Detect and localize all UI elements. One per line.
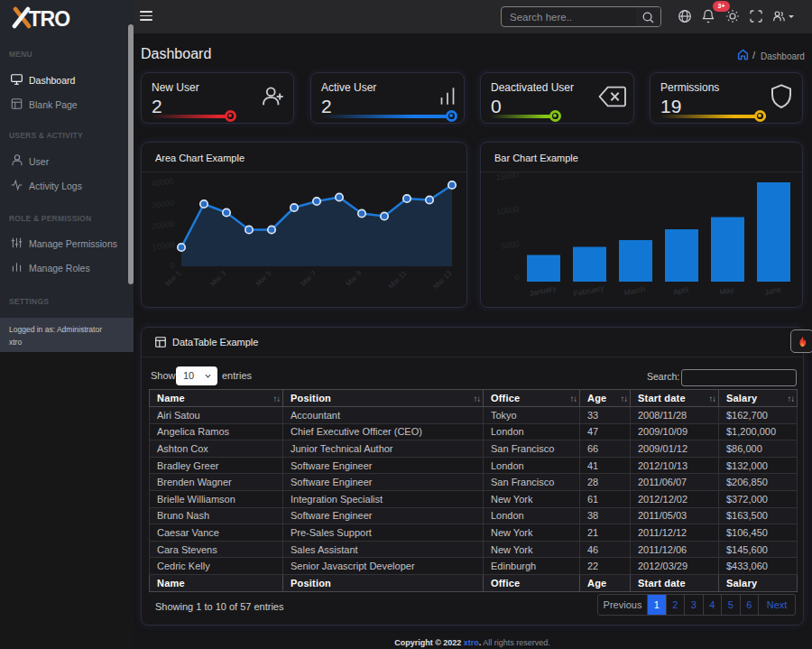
svg-text:April: April xyxy=(672,284,689,296)
svg-text:Mar 5: Mar 5 xyxy=(254,269,273,288)
svg-text:Mar 13: Mar 13 xyxy=(431,269,453,291)
svg-text:40000: 40000 xyxy=(151,176,174,188)
svg-text:June: June xyxy=(763,284,781,297)
svg-text:March: March xyxy=(623,284,646,298)
svg-text:Mar 9: Mar 9 xyxy=(345,269,364,288)
svg-text:May: May xyxy=(718,284,735,296)
svg-text:10000: 10000 xyxy=(496,205,520,217)
svg-text:January: January xyxy=(529,283,558,298)
svg-text:0: 0 xyxy=(514,273,520,283)
svg-text:10000: 10000 xyxy=(152,240,175,252)
svg-text:30000: 30000 xyxy=(152,198,175,209)
svg-text:Mar 11: Mar 11 xyxy=(387,269,409,291)
svg-text:Mar 7: Mar 7 xyxy=(300,269,318,288)
svg-text:15000: 15000 xyxy=(495,172,519,182)
svg-text:TRO: TRO xyxy=(29,7,70,30)
svg-text:20000: 20000 xyxy=(152,219,175,231)
svg-text:5000: 5000 xyxy=(501,239,520,251)
svg-text:0: 0 xyxy=(170,261,175,271)
svg-text:Mar 1: Mar 1 xyxy=(164,269,183,288)
svg-text:Mar 3: Mar 3 xyxy=(209,269,228,288)
svg-text:February: February xyxy=(573,283,605,298)
